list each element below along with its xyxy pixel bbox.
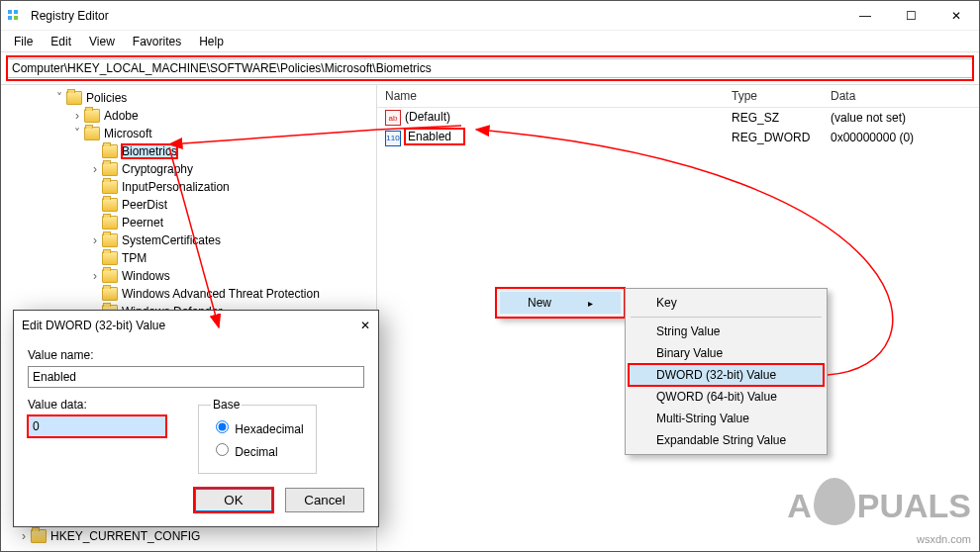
folder-icon — [102, 251, 118, 265]
folder-icon — [102, 144, 118, 158]
maximize-button[interactable]: ☐ — [888, 1, 933, 31]
value-type: REG_SZ — [724, 110, 823, 126]
folder-icon — [102, 269, 118, 283]
folder-icon — [66, 91, 82, 105]
svg-rect-1 — [8, 16, 12, 20]
folder-icon — [102, 162, 118, 176]
tree-node[interactable]: Peernet — [122, 216, 163, 230]
context-menu-item[interactable]: String Value — [629, 321, 824, 342]
folder-icon — [102, 198, 118, 212]
dialog-title: Edit DWORD (32-bit) Value — [22, 319, 165, 332]
radio-dec[interactable]: Decimal — [211, 440, 304, 459]
context-menu-item[interactable]: Key — [629, 292, 824, 314]
context-menu-item[interactable]: Binary Value — [629, 342, 824, 364]
tree-twisty-icon[interactable]: › — [88, 162, 102, 176]
list-row[interactable]: 110Enabled REG_DWORD 0x00000000 (0) — [377, 128, 979, 147]
menu-favorites[interactable]: Favorites — [124, 33, 190, 50]
list-header[interactable]: Name Type Data — [377, 85, 979, 108]
tree-node-policies[interactable]: Policies — [86, 91, 127, 105]
menu-file[interactable]: File — [5, 33, 42, 50]
value-name-input[interactable] — [28, 366, 364, 388]
minimize-button[interactable]: ― — [842, 1, 888, 31]
svg-rect-0 — [8, 10, 12, 14]
menu-help[interactable]: Help — [190, 33, 233, 50]
value-data: (value not set) — [823, 110, 979, 126]
value-type-icon: ab — [385, 110, 401, 126]
tree-node[interactable]: InputPersonalization — [122, 180, 230, 194]
address-bar-container — [1, 52, 979, 85]
tree-node[interactable]: PeerDist — [122, 198, 167, 212]
tree-node[interactable]: TPM — [122, 251, 147, 265]
column-header-type[interactable]: Type — [724, 85, 823, 107]
dialog-titlebar[interactable]: Edit DWORD (32-bit) Value ✕ — [14, 311, 378, 340]
tree-twisty-icon[interactable]: › — [17, 529, 31, 543]
watermark-text: PUALS — [857, 487, 971, 525]
folder-icon — [102, 287, 118, 301]
tree-node[interactable]: Biometrics — [122, 144, 177, 158]
folder-icon — [31, 529, 47, 543]
tree-node-adobe[interactable]: Adobe — [104, 109, 139, 123]
value-name-label: Value name: — [28, 348, 364, 362]
tree-twisty-icon[interactable]: › — [88, 233, 102, 247]
column-header-data[interactable]: Data — [823, 85, 979, 107]
value-name: (Default) — [405, 110, 450, 124]
context-menu-item[interactable]: QWORD (64-bit) Value — [629, 386, 824, 408]
menu-view[interactable]: View — [80, 33, 124, 50]
context-menu-item-label: New — [528, 296, 551, 310]
tree-node[interactable]: SystemCertificates — [122, 233, 221, 247]
dialog-close-icon[interactable]: ✕ — [360, 319, 370, 332]
base-legend: Base — [211, 398, 242, 412]
submenu-arrow-icon: ▸ — [588, 298, 593, 309]
value-rename-input[interactable]: Enabled — [405, 129, 464, 144]
context-menu-item-new[interactable]: New ▸ — [500, 292, 621, 314]
titlebar: Registry Editor ― ☐ ✕ — [1, 1, 979, 31]
watermark-text: A — [787, 487, 812, 525]
folder-icon — [84, 109, 100, 123]
context-menu-item[interactable]: Expandable String Value — [629, 429, 824, 451]
tree-node[interactable]: Windows Advanced Threat Protection — [122, 287, 320, 301]
window-title: Registry Editor — [27, 9, 842, 23]
watermark: A PUALS — [787, 478, 971, 525]
radio-hex[interactable]: Hexadecimal — [211, 417, 304, 436]
edit-dword-dialog: Edit DWORD (32-bit) Value ✕ Value name: … — [13, 310, 379, 527]
folder-icon — [102, 233, 118, 247]
tree-node[interactable]: Windows — [122, 269, 170, 283]
column-header-name[interactable]: Name — [377, 85, 724, 107]
value-type-icon: 110 — [385, 131, 401, 146]
folder-icon — [102, 216, 118, 230]
value-data-input[interactable] — [28, 415, 166, 437]
folder-icon — [102, 180, 118, 194]
tree-twisty-icon[interactable]: › — [70, 109, 84, 123]
value-data-label: Value data: — [28, 398, 166, 412]
ok-button[interactable]: OK — [194, 488, 273, 512]
svg-rect-3 — [14, 16, 18, 20]
close-button[interactable]: ✕ — [933, 1, 979, 31]
address-bar[interactable] — [7, 58, 973, 78]
context-menu-new[interactable]: New ▸ — [496, 288, 625, 318]
source-tag: wsxdn.com — [917, 533, 971, 545]
tree-node-hkey-current-config[interactable]: HKEY_CURRENT_CONFIG — [50, 529, 200, 543]
cancel-button[interactable]: Cancel — [285, 488, 364, 512]
context-menu-item[interactable]: Multi-String Value — [629, 408, 824, 429]
folder-icon — [84, 127, 100, 140]
tree-twisty-icon[interactable]: ˅ — [52, 91, 66, 105]
value-data: 0x00000000 (0) — [823, 130, 979, 145]
list-row[interactable]: ab(Default) REG_SZ (value not set) — [377, 108, 979, 128]
app-icon — [1, 8, 27, 24]
svg-rect-2 — [14, 10, 18, 14]
context-menu-item[interactable]: DWORD (32-bit) Value — [629, 364, 824, 386]
thumb-icon — [814, 478, 855, 525]
tree-node-microsoft[interactable]: Microsoft — [104, 127, 152, 140]
context-submenu[interactable]: KeyString ValueBinary ValueDWORD (32-bit… — [625, 288, 828, 455]
tree-twisty-icon[interactable]: ˅ — [70, 127, 84, 140]
tree-twisty-icon[interactable]: › — [88, 269, 102, 283]
base-group: Base Hexadecimal Decimal — [198, 398, 317, 474]
menu-bar: File Edit View Favorites Help — [1, 31, 979, 52]
value-type: REG_DWORD — [724, 130, 823, 145]
menu-edit[interactable]: Edit — [42, 33, 80, 50]
tree-node[interactable]: Cryptography — [122, 162, 193, 176]
